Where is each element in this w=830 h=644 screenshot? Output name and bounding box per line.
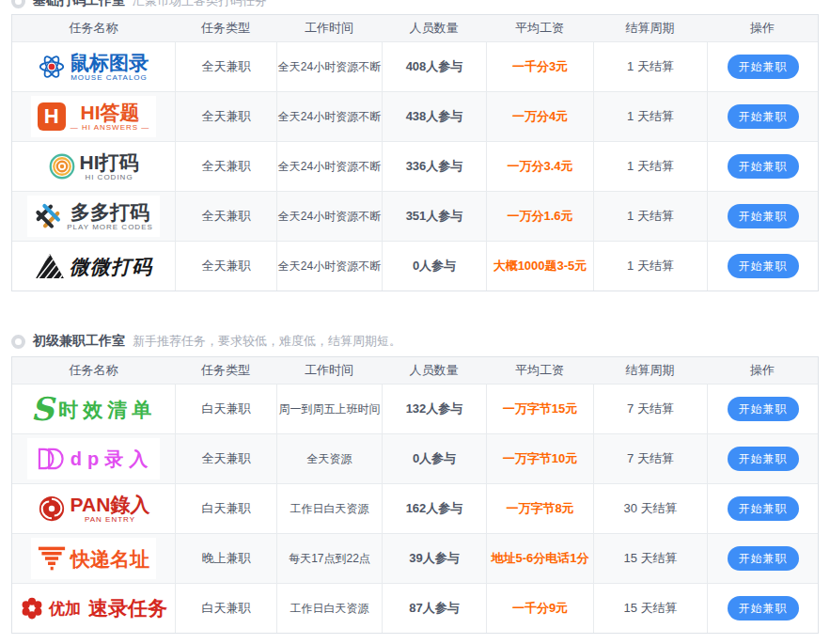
settle-cycle: 15 天结算 bbox=[593, 584, 707, 633]
table-header-row: 任务名称 任务类型 工作时间 人员数量 平均工资 结算周期 操作 bbox=[12, 15, 818, 41]
settle-cycle: 1 天结算 bbox=[593, 42, 707, 91]
hash-icon bbox=[34, 202, 62, 230]
col-task-type: 任务类型 bbox=[175, 362, 276, 379]
settle-cycle: 1 天结算 bbox=[593, 92, 707, 141]
weiwei-coding-logo[interactable]: 微微打码 bbox=[28, 245, 159, 287]
logo-text: dp录入 bbox=[70, 449, 153, 468]
table-row: 微微打码 全天兼职 全天24小时资源不断 0人参与 大概1000题3-5元 1 … bbox=[12, 241, 818, 291]
avg-wage: 一千分3元 bbox=[486, 42, 593, 91]
avg-wage: 一万分3.4元 bbox=[486, 142, 593, 191]
work-time: 全天24小时资源不断 bbox=[276, 42, 382, 91]
logo-text: HI打码 bbox=[80, 152, 139, 172]
script-s-icon: S bbox=[31, 395, 55, 424]
swirl-icon bbox=[38, 495, 66, 523]
table-row: 鼠标图录 MOUSE CATALOG 全天兼职 全天24小时资源不断 408人参… bbox=[12, 41, 818, 91]
hi-answers-logo[interactable]: H HI答题 — HI ANSWERS — bbox=[31, 96, 157, 137]
logo-subtext: MOUSE CATALOG bbox=[70, 74, 149, 82]
section-header: 基础打码工作室 汇聚市场上各类打码任务 bbox=[11, 0, 819, 11]
task-type: 白天兼职 bbox=[175, 584, 276, 633]
people-count: 162人参与 bbox=[382, 484, 486, 533]
col-task-name: 任务名称 bbox=[12, 20, 175, 37]
avg-wage: 地址5-6分电话1分 bbox=[486, 534, 593, 583]
col-settle-cycle: 结算周期 bbox=[593, 20, 707, 37]
avg-wage: 大概1000题3-5元 bbox=[486, 242, 593, 291]
work-time: 全天24小时资源不断 bbox=[276, 242, 382, 291]
logo-text: 速录任务 bbox=[88, 595, 167, 621]
work-time: 周一到周五上班时间 bbox=[276, 385, 382, 433]
logo-text: HI答题 bbox=[70, 102, 150, 122]
col-settle-cycle: 结算周期 bbox=[593, 362, 707, 379]
settle-cycle: 1 天结算 bbox=[593, 242, 707, 291]
mouse-catalog-logo[interactable]: 鼠标图录 MOUSE CATALOG bbox=[32, 46, 155, 87]
avg-wage: 一万分1.6元 bbox=[486, 192, 593, 241]
shixiao-list-logo[interactable]: S 时效清单 bbox=[24, 388, 164, 430]
hi-coding-logo[interactable]: HI打码 HI CODING bbox=[42, 146, 146, 187]
task-type: 全天兼职 bbox=[175, 242, 276, 291]
double-d-icon bbox=[34, 447, 66, 471]
work-time: 全天24小时资源不断 bbox=[276, 192, 382, 241]
settle-cycle: 7 天结算 bbox=[593, 385, 707, 433]
people-count: 0人参与 bbox=[382, 434, 486, 483]
table-row: PAN錄入 PAN ENTRY 白天兼职 工作日白天资源 162人参与 一万字节… bbox=[12, 483, 818, 533]
work-time: 全天24小时资源不断 bbox=[276, 92, 382, 141]
col-avg-wage: 平均工资 bbox=[486, 20, 593, 37]
duoduo-coding-logo[interactable]: 多多打码 PLAY MORE CODES bbox=[27, 196, 160, 237]
section-basic-coding: 基础打码工作室 汇聚市场上各类打码任务 任务名称 任务类型 工作时间 人员数量 … bbox=[11, 0, 819, 291]
logo-text: 时效清单 bbox=[58, 400, 156, 419]
avg-wage: 一万字节15元 bbox=[486, 385, 593, 433]
start-job-button[interactable]: 开始兼职 bbox=[728, 204, 799, 228]
logo-text: 鼠标图录 bbox=[70, 53, 149, 72]
col-work-time: 工作时间 bbox=[276, 20, 382, 37]
col-people-count: 人员数量 bbox=[382, 20, 486, 37]
table-row: 快递名址 晚上兼职 每天17点到22点 39人参与 地址5-6分电话1分 15 … bbox=[12, 533, 818, 583]
start-job-button[interactable]: 开始兼职 bbox=[728, 596, 799, 620]
people-count: 408人参与 bbox=[382, 42, 486, 91]
settle-cycle: 1 天结算 bbox=[593, 192, 707, 241]
task-table: 任务名称 任务类型 工作时间 人员数量 平均工资 结算周期 操作 bbox=[11, 14, 819, 291]
youjia-sulu-logo[interactable]: 优加 速录任务 bbox=[13, 588, 174, 629]
people-count: 438人参与 bbox=[382, 92, 486, 141]
people-count: 87人参与 bbox=[382, 584, 486, 633]
flower-icon bbox=[20, 596, 44, 620]
table-row: 优加 速录任务 白天兼职 工作日白天资源 87人参与 一千分9元 15 天结算 … bbox=[12, 583, 818, 633]
start-job-button[interactable]: 开始兼职 bbox=[728, 546, 799, 571]
logo-text: 微微打码 bbox=[70, 257, 152, 276]
people-count: 39人参与 bbox=[382, 534, 486, 583]
logo-text: 快递名址 bbox=[70, 549, 149, 569]
start-job-button[interactable]: 开始兼职 bbox=[728, 254, 799, 278]
dp-entry-logo[interactable]: dp录入 bbox=[27, 438, 160, 479]
col-action: 操作 bbox=[707, 20, 818, 37]
pan-entry-logo[interactable]: PAN錄入 PAN ENTRY bbox=[31, 488, 157, 529]
avg-wage: 一万字节10元 bbox=[486, 434, 593, 483]
col-avg-wage: 平均工资 bbox=[486, 362, 593, 379]
avg-wage: 一千分9元 bbox=[486, 584, 593, 633]
start-job-button[interactable]: 开始兼职 bbox=[728, 104, 799, 129]
start-job-button[interactable]: 开始兼职 bbox=[728, 154, 799, 179]
table-row: HI打码 HI CODING 全天兼职 全天24小时资源不断 336人参与 一万… bbox=[12, 141, 818, 191]
start-job-button[interactable]: 开始兼职 bbox=[728, 397, 799, 421]
task-type: 全天兼职 bbox=[175, 434, 276, 483]
start-job-button[interactable]: 开始兼职 bbox=[728, 496, 799, 521]
striped-triangle-icon bbox=[35, 253, 65, 279]
work-time: 每天17点到22点 bbox=[276, 534, 382, 583]
settle-cycle: 30 天结算 bbox=[593, 484, 707, 533]
col-people-count: 人员数量 bbox=[382, 362, 486, 379]
h-badge-icon: H bbox=[38, 102, 66, 131]
work-time: 工作日白天资源 bbox=[276, 484, 382, 533]
task-type: 全天兼职 bbox=[175, 92, 276, 141]
start-job-button[interactable]: 开始兼职 bbox=[728, 447, 799, 471]
funnel-icon bbox=[38, 545, 66, 572]
ring-bullet-icon bbox=[11, 0, 25, 8]
settle-cycle: 7 天结算 bbox=[593, 434, 707, 483]
express-address-logo[interactable]: 快递名址 bbox=[31, 538, 156, 579]
logo-prefix: 优加 bbox=[49, 598, 81, 620]
atom-icon bbox=[39, 54, 65, 80]
ring-bullet-icon bbox=[11, 335, 25, 349]
avg-wage: 一万分4元 bbox=[486, 92, 593, 141]
start-job-button[interactable]: 开始兼职 bbox=[728, 55, 799, 79]
col-task-name: 任务名称 bbox=[12, 362, 175, 379]
task-market-page: 基础打码工作室 汇聚市场上各类打码任务 任务名称 任务类型 工作时间 人员数量 … bbox=[0, 0, 830, 644]
task-type: 晚上兼职 bbox=[175, 534, 276, 583]
rings-icon bbox=[49, 153, 75, 180]
people-count: 132人参与 bbox=[382, 385, 486, 433]
